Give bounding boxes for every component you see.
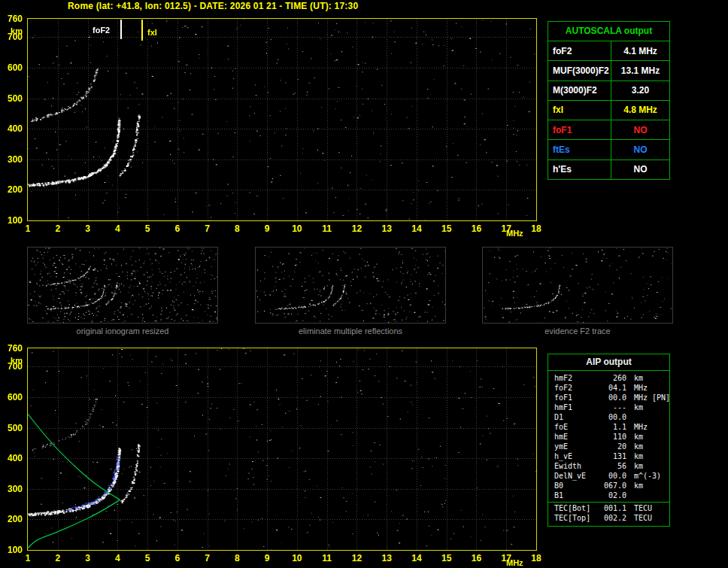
fxi-marker-label: fxI bbox=[146, 28, 159, 37]
x-tick-label-bottom: 15 bbox=[438, 553, 456, 563]
aip-value: 56 bbox=[598, 461, 626, 471]
aip-param: foF1 bbox=[554, 393, 598, 402]
y-tick-label-bottom: 500 bbox=[2, 423, 23, 433]
x-axis-unit-top: MHz bbox=[506, 228, 533, 238]
thumbnail-reflections-canvas bbox=[256, 248, 445, 323]
x-axis-unit-bottom: MHz bbox=[506, 557, 533, 568]
y-tick-label-top: 760 bbox=[2, 14, 23, 24]
aip-note bbox=[652, 471, 669, 481]
aip-table-rows: hmF2260kmfoF204.1MHzfoF100.0MHz[PN]hmF1-… bbox=[548, 371, 669, 500]
aip-value: 067.0 bbox=[598, 481, 626, 491]
autoscala-param: foF2 bbox=[548, 41, 611, 60]
y-tick-label-bottom: 600 bbox=[2, 392, 23, 402]
aip-row: hmF1---km bbox=[554, 402, 669, 412]
page-title: Rome (lat: +41.8, lon: 012.5) - DATE: 20… bbox=[68, 1, 358, 11]
aip-value: 001.1 bbox=[598, 503, 626, 513]
top-ionogram-canvas bbox=[28, 19, 536, 220]
aip-unit: km bbox=[626, 461, 652, 471]
x-tick-label-bottom: 13 bbox=[378, 553, 396, 563]
x-tick-label-top: 10 bbox=[288, 223, 306, 234]
x-tick-label-top: 8 bbox=[228, 223, 246, 234]
fxi-marker-line bbox=[141, 20, 143, 41]
y-tick-label-top: 500 bbox=[2, 93, 23, 104]
x-tick-label-bottom: 2 bbox=[49, 553, 67, 563]
thumbnail-caption-f2: evidence F2 trace bbox=[482, 327, 673, 336]
y-tick-label-bottom: 200 bbox=[2, 514, 23, 524]
thumbnail-f2-trace bbox=[482, 247, 673, 323]
aip-value: 002.2 bbox=[598, 513, 626, 523]
aip-note bbox=[652, 383, 669, 393]
aip-value: 110 bbox=[598, 432, 626, 442]
y-tick-label-top: 200 bbox=[2, 184, 23, 195]
aip-tec-rows: TEC[Bot]001.1TECUTEC[Top]002.2TECU bbox=[548, 503, 669, 523]
aip-note bbox=[652, 481, 669, 491]
aip-param: DelN_vE bbox=[554, 471, 598, 481]
aip-row: B0067.0km bbox=[554, 481, 669, 491]
x-tick-label-bottom: 14 bbox=[408, 553, 426, 563]
aip-row: TEC[Bot]001.1TECU bbox=[554, 503, 669, 513]
aip-unit: km bbox=[626, 432, 652, 442]
aip-note bbox=[652, 503, 669, 513]
aip-value: 20 bbox=[598, 442, 626, 451]
bottom-ionogram-plot bbox=[27, 348, 537, 551]
autoscala-row: h'EsNO bbox=[548, 160, 669, 179]
aip-param: D1 bbox=[554, 412, 598, 422]
x-tick-label-bottom: 11 bbox=[318, 553, 336, 563]
aip-unit: MHz bbox=[626, 393, 652, 402]
fof2-marker-label: foF2 bbox=[91, 26, 111, 35]
y-tick-label-bottom: 300 bbox=[2, 484, 23, 494]
autoscala-row: foF1NO bbox=[548, 120, 669, 140]
aip-param: foE bbox=[554, 422, 598, 432]
aip-note bbox=[652, 513, 669, 523]
aip-unit: km bbox=[626, 402, 652, 412]
aip-unit: TECU bbox=[626, 513, 652, 523]
autoscala-value: 13.1 MHz bbox=[611, 61, 669, 80]
autoscala-value: NO bbox=[611, 120, 669, 139]
y-axis-unit-top: km bbox=[2, 26, 23, 36]
y-axis-unit-bottom: km bbox=[2, 355, 23, 366]
aip-value: 1.1 bbox=[598, 422, 626, 432]
autoscala-value: 3.20 bbox=[611, 81, 669, 100]
aip-note bbox=[652, 402, 669, 412]
aip-unit: MHz bbox=[626, 383, 652, 393]
aip-value: 00.0 bbox=[598, 412, 626, 422]
aip-output-table: AIP output hmF2260kmfoF204.1MHzfoF100.0M… bbox=[548, 354, 670, 527]
aip-unit: m^(-3) bbox=[626, 471, 652, 481]
aip-note bbox=[652, 442, 669, 451]
aip-param: hmF1 bbox=[554, 402, 598, 412]
x-tick-label-top: 14 bbox=[408, 223, 426, 234]
thumbnail-original-canvas bbox=[28, 248, 217, 323]
autoscala-output-table: AUTOSCALA output foF24.1 MHzMUF(3000)F21… bbox=[548, 21, 670, 180]
x-tick-label-top: 5 bbox=[138, 223, 156, 234]
x-tick-label-top: 2 bbox=[49, 223, 67, 234]
x-tick-label-top: 11 bbox=[318, 223, 336, 234]
aip-param: TEC[Bot] bbox=[554, 503, 598, 513]
aip-unit bbox=[626, 491, 652, 500]
aip-unit: km bbox=[626, 442, 652, 451]
autoscala-value: 4.1 MHz bbox=[611, 41, 669, 60]
x-tick-label-bottom: 16 bbox=[467, 553, 485, 563]
autoscala-screen: Rome (lat: +41.8, lon: 012.5) - DATE: 20… bbox=[0, 0, 728, 568]
autoscala-row: foF24.1 MHz bbox=[548, 41, 669, 61]
thumbnail-caption-original: original ionogram resized bbox=[27, 327, 218, 336]
x-tick-label-bottom: 5 bbox=[138, 553, 156, 563]
aip-value: 260 bbox=[598, 373, 626, 383]
aip-param: foF2 bbox=[554, 383, 598, 393]
x-tick-label-bottom: 9 bbox=[258, 553, 276, 563]
autoscala-table-rows: foF24.1 MHzMUF(3000)F213.1 MHzM(3000)F23… bbox=[548, 41, 669, 179]
x-tick-label-bottom: 12 bbox=[347, 553, 366, 563]
x-tick-label-bottom: 10 bbox=[288, 553, 306, 563]
aip-unit: km bbox=[626, 451, 652, 461]
autoscala-row: MUF(3000)F213.1 MHz bbox=[548, 61, 669, 80]
y-tick-label-bottom: 400 bbox=[2, 453, 23, 463]
y-tick-label-top: 400 bbox=[2, 123, 23, 134]
autoscala-row: fxI4.8 MHz bbox=[548, 101, 669, 120]
aip-note bbox=[652, 491, 669, 500]
aip-row: h_vE131km bbox=[554, 451, 669, 461]
autoscala-param: M(3000)F2 bbox=[548, 81, 611, 100]
x-tick-label-bottom: 6 bbox=[168, 553, 187, 563]
aip-value: 00.0 bbox=[598, 471, 626, 481]
autoscala-row: M(3000)F23.20 bbox=[548, 81, 669, 101]
aip-note bbox=[652, 461, 669, 471]
y-tick-label-top: 300 bbox=[2, 154, 23, 165]
